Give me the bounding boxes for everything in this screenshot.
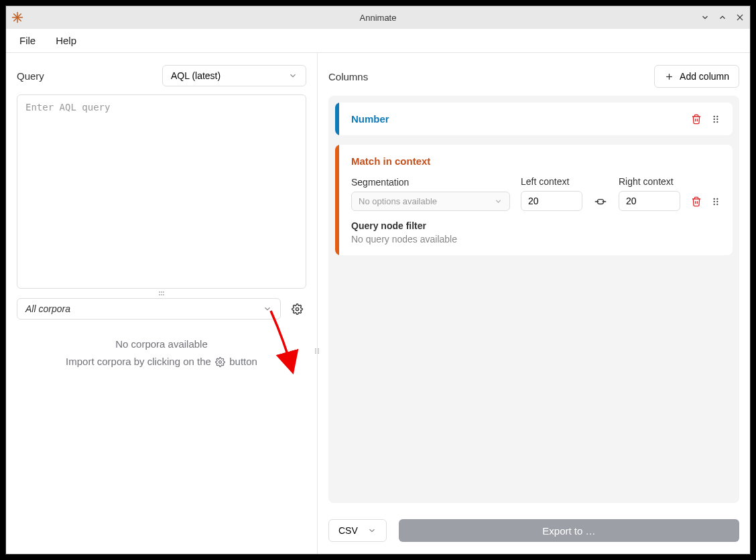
delete-column-button[interactable] (691, 114, 702, 125)
close-icon[interactable] (735, 13, 745, 22)
export-bar: CSV Export to … (328, 519, 739, 542)
svg-point-29 (714, 198, 715, 200)
window-title: Annimate (360, 13, 397, 23)
chevron-down-icon (367, 526, 377, 535)
chevron-down-icon (263, 304, 272, 313)
drag-handle-icon[interactable] (711, 115, 720, 124)
query-language-value: AQL (latest) (171, 70, 220, 81)
corpora-settings-button[interactable] (288, 299, 306, 318)
svg-point-26 (714, 121, 715, 122)
query-node-filter-label: Query node filter (351, 220, 720, 231)
svg-point-32 (716, 201, 718, 202)
add-column-label: Add column (680, 71, 729, 82)
plus-icon (664, 72, 674, 82)
svg-point-23 (716, 115, 718, 117)
svg-point-13 (318, 348, 319, 350)
query-node-filter-empty: No query nodes available (351, 234, 720, 244)
svg-point-10 (161, 294, 162, 295)
vertical-resize-handle[interactable] (314, 348, 320, 354)
svg-point-15 (318, 350, 319, 352)
delete-column-button[interactable] (691, 196, 702, 207)
window-controls (700, 13, 745, 22)
empty-line-1: No corpora available (17, 336, 306, 353)
chevron-up-icon[interactable] (718, 13, 727, 22)
corpora-select[interactable]: All corpora (17, 298, 281, 320)
svg-point-6 (159, 291, 160, 293)
column-card-match-context: Match in context Segmentation No options… (335, 145, 733, 255)
left-panel: Query AQL (latest) All corpora (6, 53, 318, 554)
card-title: Number (351, 113, 389, 125)
chevron-down-icon (288, 71, 298, 80)
columns-area: Number Match in context (328, 96, 739, 503)
svg-point-34 (716, 204, 718, 205)
query-header: Query AQL (latest) (17, 65, 306, 86)
export-format-value: CSV (338, 525, 358, 536)
empty-line-2: Import corpora by clicking on the button (17, 353, 306, 370)
svg-point-16 (315, 352, 316, 354)
right-panel: Columns Add column Number (318, 53, 750, 554)
svg-point-31 (714, 201, 715, 202)
left-context-label: Left context (521, 176, 582, 187)
segmentation-label: Segmentation (351, 177, 510, 188)
svg-point-9 (159, 294, 160, 295)
svg-point-30 (716, 198, 718, 200)
link-icon[interactable] (593, 196, 608, 211)
menu-help[interactable]: Help (56, 35, 76, 46)
corpora-row: All corpora (17, 298, 306, 320)
segmentation-placeholder: No options available (359, 196, 437, 206)
chevron-down-icon (494, 197, 503, 206)
gear-icon (215, 357, 225, 367)
svg-point-17 (318, 352, 319, 354)
svg-point-12 (315, 348, 316, 350)
corpora-select-label: All corpora (25, 303, 70, 314)
column-card-number: Number (335, 102, 733, 135)
chevron-down-icon[interactable] (700, 13, 710, 22)
svg-point-24 (714, 118, 715, 119)
svg-point-7 (161, 291, 162, 293)
columns-label: Columns (328, 71, 368, 82)
svg-point-19 (219, 361, 222, 364)
right-context-label: Right context (619, 176, 680, 187)
app-logo-icon (11, 11, 23, 23)
horizontal-resize-handle[interactable] (17, 289, 306, 298)
add-column-button[interactable]: Add column (654, 65, 739, 88)
svg-point-22 (714, 115, 715, 117)
query-label: Query (17, 70, 44, 82)
menubar: File Help (6, 29, 750, 53)
export-format-select[interactable]: CSV (328, 519, 387, 542)
drag-handle-icon[interactable] (711, 197, 720, 206)
query-language-select[interactable]: AQL (latest) (162, 65, 306, 86)
svg-point-25 (716, 118, 718, 119)
right-context-input[interactable] (619, 191, 680, 211)
svg-point-27 (716, 121, 718, 122)
segmentation-select[interactable]: No options available (351, 192, 510, 211)
app-window: Annimate File Help Query AQL (latest) (5, 5, 751, 555)
columns-header: Columns Add column (328, 65, 739, 88)
left-context-input[interactable] (521, 191, 582, 211)
titlebar: Annimate (6, 6, 750, 29)
query-input[interactable] (17, 94, 306, 289)
menu-file[interactable]: File (19, 35, 36, 46)
svg-point-33 (714, 204, 715, 205)
corpora-empty-state: No corpora available Import corpora by c… (17, 336, 306, 370)
main-content: Query AQL (latest) All corpora (6, 53, 750, 554)
export-button[interactable]: Export to … (399, 519, 739, 542)
svg-point-18 (296, 307, 298, 310)
card-title: Match in context (351, 155, 430, 167)
svg-point-14 (315, 350, 316, 352)
svg-point-8 (163, 291, 164, 293)
svg-point-11 (163, 294, 164, 295)
